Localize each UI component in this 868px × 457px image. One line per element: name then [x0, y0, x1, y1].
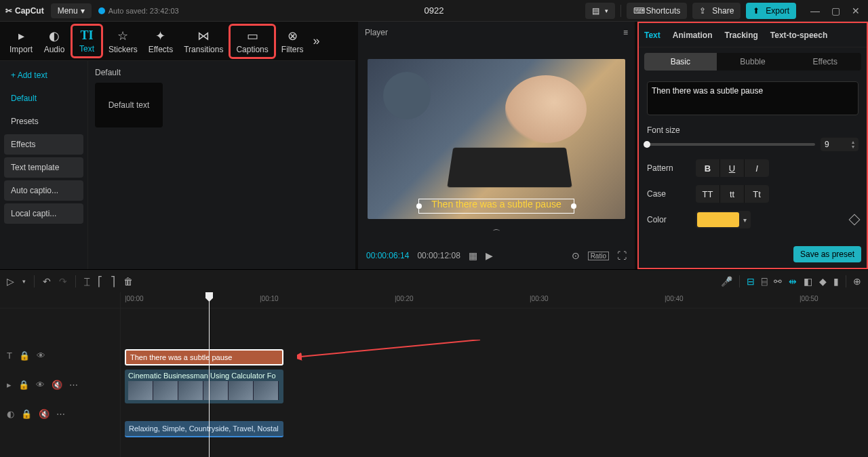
case-title-button[interactable]: Tt	[745, 185, 769, 203]
tab-effects[interactable]: ✦Effects	[143, 26, 178, 57]
underline-button[interactable]: U	[720, 159, 745, 177]
preview-content	[383, 72, 431, 119]
eye-icon[interactable]: 👁	[37, 351, 45, 361]
undo-button[interactable]: ↶	[43, 276, 51, 287]
stepper-icon[interactable]: ▴▾	[852, 140, 854, 149]
case-label: Case	[647, 189, 690, 199]
split-icon[interactable]: ⌶	[84, 276, 90, 287]
mute-icon[interactable]: 🔇	[52, 380, 62, 390]
font-size-field[interactable]: 9 ▴▾	[821, 138, 859, 151]
tab-transitions[interactable]: ⋈Transitions	[178, 26, 229, 57]
add-text-button[interactable]: Add text	[4, 65, 83, 85]
share-button[interactable]: ⇪Share	[692, 3, 741, 19]
tab-tts[interactable]: Text-to-speech	[770, 31, 827, 40]
snap-icon[interactable]: ⇹	[789, 276, 797, 287]
playhead[interactable]	[209, 292, 210, 457]
tab-captions[interactable]: ▭Captions	[229, 24, 275, 59]
export-button[interactable]: ⬆Export	[746, 3, 796, 19]
subtab-bubble[interactable]: Bubble	[717, 53, 789, 71]
pointer-tool-icon[interactable]: ▷	[7, 276, 14, 287]
delete-icon[interactable]: 🗑	[123, 276, 133, 287]
menu-label: Menu	[58, 6, 78, 16]
trim-right-icon[interactable]: ⎤	[111, 276, 115, 287]
mute-icon[interactable]: 🔇	[39, 409, 50, 419]
caption-text-input[interactable]	[647, 81, 859, 115]
zoom-tool-icon[interactable]: ⊕	[853, 276, 861, 287]
tab-stickers[interactable]: ☆Stickers	[103, 26, 143, 57]
effects-icon: ✦	[155, 28, 165, 43]
shortcuts-label: Shortcuts	[646, 6, 681, 16]
sidebar-item-presets[interactable]: Presets	[4, 111, 83, 132]
maximize-button[interactable]: ▢	[829, 4, 842, 18]
eye-icon[interactable]: 👁	[36, 380, 45, 390]
video-clip[interactable]: Cinematic Businessman Using Calculator F…	[125, 370, 283, 403]
sidebar-item-text-template[interactable]: Text template	[4, 157, 83, 178]
tab-filters[interactable]: ⊗Filters	[276, 26, 309, 57]
tab-text[interactable]: TIText	[71, 24, 103, 58]
lock-icon[interactable]: 🔒	[18, 380, 29, 390]
preview-viewport[interactable]: Then there was a subtle pause	[358, 43, 635, 235]
minimize-button[interactable]: —	[808, 4, 822, 18]
text-clip[interactable]: Then there was a subtle pause	[125, 349, 283, 365]
mic-icon[interactable]: 🎤	[721, 276, 732, 287]
bold-button[interactable]: B	[696, 159, 720, 177]
link-icon[interactable]: ⌸	[762, 276, 767, 287]
ratio-button[interactable]: Ratio	[588, 252, 609, 260]
fullscreen-icon[interactable]: ⛶	[617, 250, 627, 261]
slider-knob[interactable]	[644, 141, 650, 148]
more-icon[interactable]: ⋯	[56, 409, 65, 419]
preview-icon[interactable]: ◧	[804, 276, 812, 287]
tab-animation[interactable]: Animation	[673, 31, 713, 40]
tab-import[interactable]: ▸Import	[4, 26, 38, 57]
case-upper-button[interactable]: TT	[696, 185, 720, 203]
font-size-slider[interactable]	[647, 143, 815, 146]
logo-icon: ✂	[5, 6, 12, 16]
player-menu-icon[interactable]: ≡	[623, 28, 628, 37]
tab-tracking[interactable]: Tracking	[724, 31, 757, 40]
export-label: Export	[766, 6, 789, 16]
more-tabs-button[interactable]: »	[309, 34, 323, 48]
project-name[interactable]: 0922	[425, 5, 444, 16]
tab-text[interactable]: Text	[644, 31, 660, 40]
chain-icon[interactable]: ⚯	[774, 276, 782, 287]
marker1-icon[interactable]: ◆	[819, 276, 827, 287]
lock-icon[interactable]: 🔒	[21, 409, 32, 419]
text-preset-thumb[interactable]: Default text	[95, 83, 163, 127]
clip-thumbnails	[128, 381, 279, 400]
audio-clip[interactable]: Relaxing, Simple, Countryside, Travel, N…	[125, 421, 283, 437]
color-picker[interactable]: ▾	[696, 211, 751, 228]
layout-button[interactable]: ▤▾	[585, 3, 615, 19]
grid-icon[interactable]: ▦	[469, 250, 477, 261]
shortcuts-button[interactable]: ⌨Shortcuts	[627, 3, 688, 19]
more-icon[interactable]: ⋯	[69, 380, 78, 390]
save-preset-button[interactable]: Save as preset	[793, 246, 861, 262]
track-header-text[interactable]: T 🔒 👁	[0, 345, 120, 365]
app-name: CapCut	[15, 6, 44, 16]
italic-button[interactable]: I	[745, 159, 769, 177]
sidebar-item-effects[interactable]: Effects	[4, 134, 83, 155]
magnet-icon[interactable]: ⊟	[747, 276, 755, 287]
keyframe-icon[interactable]	[849, 214, 861, 226]
chevron-down-icon[interactable]: ▾	[22, 278, 26, 285]
ruler-mark: |00:40	[665, 295, 684, 302]
trim-left-icon[interactable]: ⎡	[98, 276, 102, 287]
close-button[interactable]: ✕	[849, 4, 863, 18]
menu-button[interactable]: Menu ▾	[51, 3, 92, 18]
sidebar-item-default[interactable]: Default	[4, 88, 83, 108]
tab-audio[interactable]: ◐Audio	[38, 26, 71, 57]
caption-overlay[interactable]: Then there was a subtle pause	[429, 197, 564, 211]
focus-icon[interactable]: ⊙	[572, 250, 580, 261]
subtab-basic[interactable]: Basic	[644, 53, 717, 71]
track-header-video[interactable]: ▸ 🔒 👁 🔇 ⋯	[0, 365, 120, 403]
marker2-icon[interactable]: ▮	[833, 276, 839, 287]
case-lower-button[interactable]: tt	[720, 185, 745, 203]
time-ruler[interactable]: |00:00 |00:10 |00:20 |00:30 |00:40 |00:5…	[121, 292, 868, 309]
play-button[interactable]: ▶	[486, 250, 493, 261]
redo-button[interactable]: ↷	[59, 276, 67, 287]
track-header-audio[interactable]: ◐ 🔒 🔇 ⋯	[0, 403, 120, 424]
lock-icon[interactable]: 🔒	[19, 351, 30, 361]
sidebar-item-local-captions[interactable]: Local capti...	[4, 203, 83, 224]
timeline-tracks[interactable]: |00:00 |00:10 |00:20 |00:30 |00:40 |00:5…	[121, 292, 868, 457]
subtab-effects[interactable]: Effects	[789, 53, 861, 71]
sidebar-item-auto-captions[interactable]: Auto captio...	[4, 180, 83, 201]
